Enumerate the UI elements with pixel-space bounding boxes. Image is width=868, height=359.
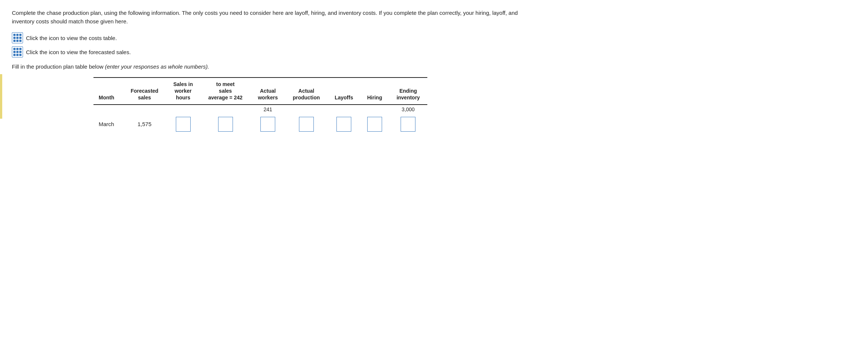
header-row: Month Forecastedsales Sales inworkerhour… xyxy=(93,78,427,105)
pre-hiring-cell xyxy=(360,105,389,114)
march-sales-worker-hours-input[interactable] xyxy=(176,117,191,132)
march-hiring-cell xyxy=(360,114,389,135)
click-forecasted-label: Click the icon to view the forecasted sa… xyxy=(26,49,131,55)
header-actual-production: Actualproduction xyxy=(285,78,328,105)
march-to-meet-sales-input[interactable] xyxy=(218,117,233,132)
march-hiring-input[interactable] xyxy=(367,117,382,132)
click-costs-label: Click the icon to view the costs table. xyxy=(26,35,117,41)
grid-icon-costs[interactable] xyxy=(12,32,23,43)
header-sales-in-worker-hours: Sales inworkerhours xyxy=(166,78,200,105)
table-wrapper: Month Forecastedsales Sales inworkerhour… xyxy=(93,77,856,135)
header-layoffs: Layoffs xyxy=(328,78,360,105)
march-month-cell: March xyxy=(93,114,123,135)
fill-instructions: Fill in the production plan table below … xyxy=(12,63,856,70)
march-actual-production-cell xyxy=(285,114,328,135)
march-to-meet-sales-cell xyxy=(200,114,250,135)
pre-actual-production-cell xyxy=(285,105,328,114)
pre-ending-inventory-cell: 3,000 xyxy=(389,105,427,114)
click-forecasted-sales-item: Click the icon to view the forecasted sa… xyxy=(12,46,856,57)
march-layoffs-input[interactable] xyxy=(336,117,351,132)
header-hiring: Hiring xyxy=(360,78,389,105)
header-ending-inventory: Endinginventory xyxy=(389,78,427,105)
pre-sales-worker-hours-cell xyxy=(166,105,200,114)
click-costs-table-item: Click the icon to view the costs table. xyxy=(12,32,856,43)
march-actual-workers-input[interactable] xyxy=(260,117,275,132)
march-actual-workers-cell xyxy=(251,114,285,135)
march-ending-inventory-cell xyxy=(389,114,427,135)
header-actual-workers: Actualworkers xyxy=(251,78,285,105)
header-forecasted-sales: Forecastedsales xyxy=(123,78,166,105)
march-sales-worker-hours-cell xyxy=(166,114,200,135)
pre-month-cell xyxy=(93,105,123,114)
pre-layoffs-cell xyxy=(328,105,360,114)
production-plan-table: Month Forecastedsales Sales inworkerhour… xyxy=(93,77,427,135)
march-actual-production-input[interactable] xyxy=(299,117,314,132)
grid-icon-forecasted[interactable] xyxy=(12,46,23,57)
march-layoffs-cell xyxy=(328,114,360,135)
march-ending-inventory-input[interactable] xyxy=(401,117,415,132)
header-month: Month xyxy=(93,78,123,105)
initial-values-row: 241 3,000 xyxy=(93,105,427,114)
header-to-meet-sales-average: to meetsalesaverage = 242 xyxy=(200,78,250,105)
march-row: March 1,575 xyxy=(93,114,427,135)
pre-actual-workers-cell: 241 xyxy=(251,105,285,114)
march-forecasted-sales-cell: 1,575 xyxy=(123,114,166,135)
pre-forecasted-sales-cell xyxy=(123,105,166,114)
left-accent xyxy=(0,74,2,119)
pre-to-meet-sales-cell xyxy=(200,105,250,114)
intro-paragraph: Complete the chase production plan, usin… xyxy=(12,9,531,26)
